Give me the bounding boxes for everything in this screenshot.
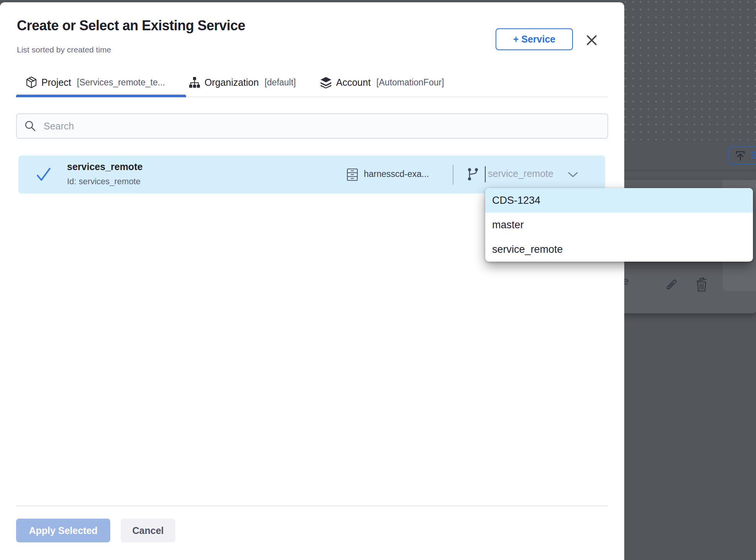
git-branch-icon xyxy=(467,167,479,183)
apply-selected-button[interactable]: Apply Selected xyxy=(16,519,110,542)
edit-icon[interactable] xyxy=(664,277,679,293)
service-name: services_remote xyxy=(67,161,142,172)
modal-subtitle: List sorted by created time xyxy=(17,45,111,54)
tab-account[interactable]: Account [AutomationFour] xyxy=(320,76,444,88)
tab-project[interactable]: Project [Services_remote_te... xyxy=(26,76,165,88)
cancel-button[interactable]: Cancel xyxy=(121,519,175,542)
delete-icon[interactable] xyxy=(694,277,709,294)
branch-select-input[interactable]: service_remote xyxy=(488,168,553,179)
org-chart-icon xyxy=(189,76,200,88)
new-service-button[interactable]: + Service xyxy=(496,28,573,50)
tab-account-scope: [AutomationFour] xyxy=(376,77,444,88)
footer-divider xyxy=(16,506,608,506)
cube-icon xyxy=(26,76,37,88)
layers-icon xyxy=(320,76,332,88)
tab-project-label: Project xyxy=(41,77,71,88)
tab-organization[interactable]: Organization [default] xyxy=(189,76,296,88)
canvas-divider xyxy=(624,170,756,171)
close-icon xyxy=(584,43,599,49)
tab-project-scope: [Services_remote_te... xyxy=(77,77,165,88)
modal-title: Create or Select an Existing Service xyxy=(17,18,245,34)
close-button[interactable] xyxy=(584,33,599,47)
tab-organization-scope: [default] xyxy=(265,77,296,88)
row-divider xyxy=(453,165,453,185)
text-cursor xyxy=(485,166,486,182)
active-tab-indicator xyxy=(16,95,186,97)
upload-icon xyxy=(735,150,746,161)
dropdown-option-cds-1234[interactable]: CDS-1234 xyxy=(485,188,753,213)
dropdown-option-master[interactable]: master xyxy=(485,213,753,237)
repository-name: harnesscd-exa... xyxy=(364,169,429,179)
search-input[interactable] xyxy=(43,120,601,132)
tab-organization-label: Organization xyxy=(205,77,259,88)
check-icon xyxy=(35,166,52,184)
service-id: Id: services_remote xyxy=(67,177,141,187)
canvas-dot-grid xyxy=(624,0,756,140)
scope-tabs: Project [Services_remote_te... Organizat… xyxy=(16,68,608,97)
search-icon xyxy=(24,120,37,133)
branch-dropdown: CDS-1234 master service_remote xyxy=(485,188,753,262)
tab-account-label: Account xyxy=(336,77,371,88)
save-button-label: S xyxy=(751,149,756,161)
chevron-down-icon[interactable] xyxy=(568,172,578,179)
save-button[interactable]: S xyxy=(728,146,756,164)
service-select-modal: Create or Select an Existing Service Lis… xyxy=(0,2,624,560)
dropdown-option-service-remote[interactable]: service_remote xyxy=(485,237,753,262)
repository-icon xyxy=(346,168,359,183)
search-box xyxy=(16,113,608,139)
